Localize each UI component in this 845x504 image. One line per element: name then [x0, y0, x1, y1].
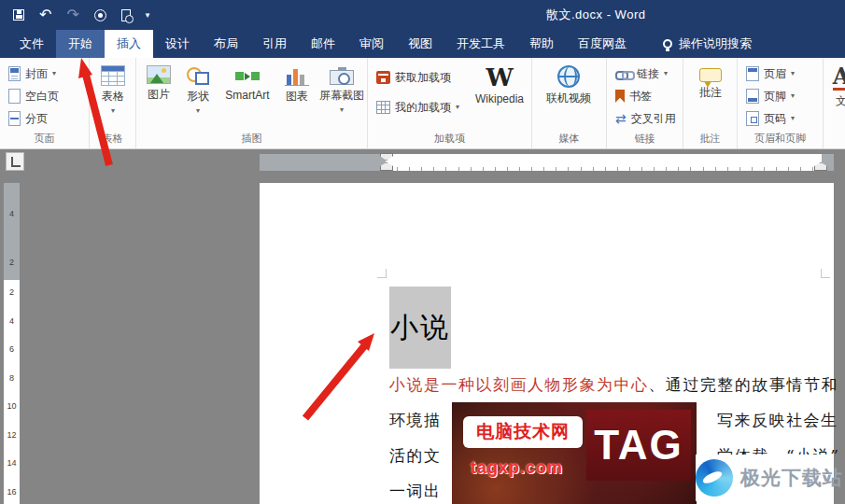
footer-button[interactable]: 页脚 ▾	[741, 86, 799, 106]
ruler-number: 10	[7, 401, 16, 411]
button-label: 交叉引用	[631, 111, 676, 127]
horizontal-ruler	[260, 154, 834, 171]
quick-access-toolbar: ↶ ↷ ▾	[13, 0, 149, 30]
hyperlink-icon	[615, 69, 632, 78]
get-addins-button[interactable]: 获取加载项	[372, 67, 456, 88]
document-page[interactable]: 小说 小说是一种以刻画人物形象为中心、通过完整的故事情节和 环境描 写来反映社会…	[260, 183, 834, 504]
tab-mailings[interactable]: 邮件	[299, 30, 347, 58]
paragraph-line-4-left: 一词出	[389, 481, 442, 502]
insert-smartart-button[interactable]: SmartArt	[218, 61, 276, 135]
margin-crop-mark-top-right	[821, 269, 830, 278]
tab-help[interactable]: 帮助	[517, 30, 566, 58]
tab-file[interactable]: 文件	[7, 30, 56, 58]
undo-icon[interactable]: ↶	[39, 7, 51, 22]
ruler-number: 6	[9, 344, 14, 354]
tab-home[interactable]: 开始	[56, 30, 105, 58]
redo-icon[interactable]: ↷	[66, 7, 78, 22]
insert-chart-button[interactable]: 图表	[278, 61, 316, 135]
bookmark-button[interactable]: 书签	[611, 86, 656, 106]
selected-heading[interactable]: 小说	[389, 287, 451, 369]
button-label: 链接	[637, 66, 659, 82]
customize-qat-caret-icon[interactable]: ▾	[146, 10, 150, 20]
vertical-ruler-margin-numbers: 42	[4, 209, 20, 267]
tab-stop-selector[interactable]	[6, 152, 24, 171]
tab-review[interactable]: 审阅	[347, 30, 396, 58]
button-label: 分页	[25, 111, 48, 127]
tab-layout[interactable]: 布局	[202, 30, 250, 58]
button-label: 书签	[629, 89, 652, 105]
footer-icon	[746, 89, 759, 104]
button-label: 页码	[764, 111, 786, 127]
cover-page-button[interactable]: 封面 ▾	[4, 63, 61, 84]
ribbon-tab-row: 文件 开始 插入 设计 布局 引用 邮件 审阅 视图 开发工具 帮助 百度网盘 …	[0, 30, 845, 58]
group-links: 链接 ▾ 书签 ⇄ 交叉引用 链接	[607, 58, 683, 148]
wikipedia-button[interactable]: W Wikipedia	[471, 61, 528, 135]
blank-page-icon	[8, 89, 21, 104]
header-button[interactable]: 页眉 ▾	[741, 63, 799, 84]
text-box-icon: A	[833, 65, 845, 91]
group-text-partial: A 文	[824, 58, 845, 148]
tab-baidu-netdisk[interactable]: 百度网盘	[566, 30, 639, 58]
text-box-button[interactable]: A 文	[825, 61, 845, 135]
ruler-number: 16	[7, 487, 16, 497]
button-label: 空白页	[25, 89, 59, 105]
tell-me-label: 操作说明搜索	[679, 35, 752, 52]
dropdown-caret-icon: ▾	[111, 107, 115, 115]
online-video-globe-icon	[557, 65, 580, 88]
my-addins-icon	[376, 101, 390, 114]
window-title: 散文.docx - Word	[546, 0, 645, 30]
my-addins-button[interactable]: 我的加载项 ▾	[372, 97, 464, 118]
button-label: 封面	[25, 66, 48, 82]
cross-reference-icon: ⇄	[615, 112, 627, 125]
touch-mode-icon[interactable]	[94, 9, 106, 21]
group-label-comments: 批注	[683, 132, 737, 146]
bookmark-icon	[615, 90, 625, 103]
button-label: 屏幕截图	[319, 88, 364, 104]
tab-design[interactable]: 设计	[153, 30, 202, 58]
tab-view[interactable]: 视图	[396, 30, 444, 58]
watermark-site-url: tagxp.com	[471, 458, 563, 478]
dropdown-caret-icon: ▾	[791, 92, 795, 100]
dropdown-caret-icon: ▾	[664, 70, 668, 77]
page-number-button[interactable]: 页码 ▾	[741, 108, 799, 129]
ribbon: 封面 ▾ 空白页 分页 页面 表格 ▾ 表格 图片 形状 ▾	[0, 58, 845, 149]
insert-picture-button[interactable]: 图片	[140, 61, 177, 135]
insert-table-button[interactable]: 表格 ▾	[93, 61, 133, 135]
group-label-media: 媒体	[532, 132, 606, 146]
group-tables: 表格 ▾ 表格	[90, 58, 136, 148]
button-label: SmartArt	[225, 89, 269, 102]
save-icon[interactable]	[13, 9, 24, 21]
group-media: 联机视频 媒体	[532, 58, 607, 148]
link-button[interactable]: 链接 ▾	[611, 63, 672, 84]
tab-developer[interactable]: 开发工具	[444, 30, 517, 58]
picture-icon	[147, 65, 171, 84]
print-preview-icon[interactable]	[121, 9, 131, 21]
ruler-number: 4	[9, 316, 14, 326]
online-video-button[interactable]: 联机视频	[536, 61, 601, 135]
tab-references[interactable]: 引用	[250, 30, 299, 58]
screenshot-button[interactable]: 屏幕截图 ▾	[317, 61, 366, 135]
group-label-pages: 页面	[0, 132, 89, 146]
blank-page-button[interactable]: 空白页	[4, 86, 63, 106]
page-number-icon	[746, 111, 759, 126]
page-break-button[interactable]: 分页	[4, 108, 52, 129]
ruler-number: 12	[7, 430, 16, 440]
group-addins: 获取加载项 我的加载项 ▾ W Wikipedia 加载项	[368, 58, 532, 148]
dropdown-caret-icon: ▾	[196, 107, 200, 115]
button-label: 获取加载项	[395, 70, 451, 86]
comment-icon	[699, 68, 722, 82]
comment-button[interactable]: 批注	[689, 61, 732, 135]
group-label-links: 链接	[607, 132, 683, 146]
tab-insert[interactable]: 插入	[105, 30, 153, 58]
watermark-tag-text: TAG	[586, 410, 691, 481]
paragraph-line-2-right: 写来反映社会生	[717, 410, 838, 431]
smartart-icon	[235, 65, 260, 86]
group-comments: 批注 批注	[683, 58, 738, 148]
paragraph-line-3-left: 活的文	[389, 445, 442, 467]
cross-reference-button[interactable]: ⇄ 交叉引用	[611, 108, 681, 129]
dropdown-caret-icon: ▾	[791, 70, 795, 77]
insert-shapes-button[interactable]: 形状 ▾	[179, 61, 217, 135]
button-label: 图片	[148, 87, 170, 103]
ruler-number: 2	[9, 258, 14, 267]
tell-me-search[interactable]: 操作说明搜索	[663, 30, 752, 58]
